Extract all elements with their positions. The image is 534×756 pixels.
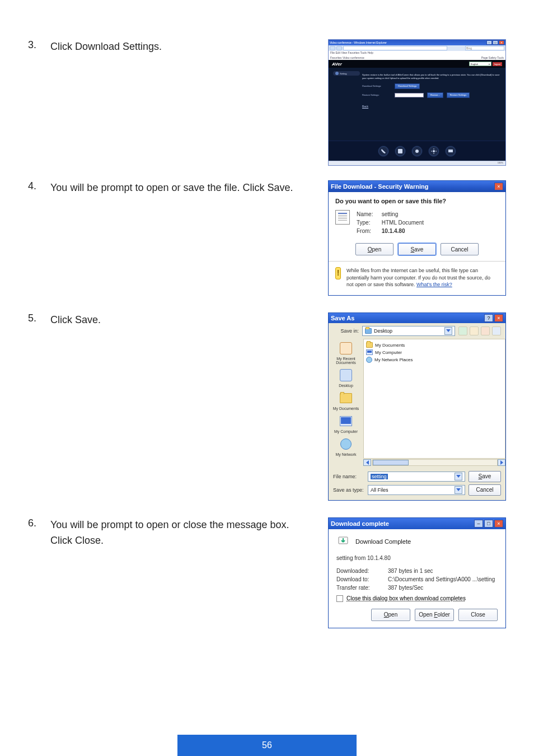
savein-select[interactable]: Desktop xyxy=(362,326,455,336)
back-link[interactable]: Back xyxy=(362,105,500,109)
step-number: 4. xyxy=(28,180,50,296)
svg-rect-3 xyxy=(448,150,453,152)
screenshot-download-complete: Download complete – □ × Download Complet… xyxy=(328,517,506,628)
cancel-button[interactable]: Cancel xyxy=(469,484,501,496)
list-item[interactable]: My Documents xyxy=(366,342,503,349)
close-icon[interactable]: × xyxy=(494,314,503,322)
download-complete-icon xyxy=(336,535,350,548)
back-icon[interactable] xyxy=(458,326,467,335)
browse-button[interactable]: Browse... xyxy=(427,92,443,98)
gear-icon xyxy=(335,72,339,75)
scroll-right-icon[interactable] xyxy=(498,459,505,466)
search-input[interactable]: Bing xyxy=(465,46,504,50)
restore-input[interactable] xyxy=(395,93,424,97)
svg-rect-0 xyxy=(398,149,402,153)
download-settings-button[interactable]: Download Settings xyxy=(395,83,420,89)
dock-phone-icon[interactable] xyxy=(378,146,388,156)
file-info: Name: setting Type: HTML Document From: … xyxy=(357,210,424,235)
folder-icon xyxy=(366,342,373,348)
whats-the-risk-link[interactable]: What's the risk? xyxy=(416,282,452,287)
save-button[interactable]: Save xyxy=(398,243,436,255)
place-network[interactable]: My Network xyxy=(330,437,362,456)
save-button[interactable]: Save xyxy=(469,471,501,482)
list-item[interactable]: My Network Places xyxy=(366,356,503,363)
help-icon[interactable]: ? xyxy=(484,314,493,322)
computer-icon xyxy=(366,349,373,355)
type-select[interactable]: All Files xyxy=(368,485,465,495)
open-button[interactable]: Open xyxy=(355,243,394,255)
close-icon[interactable]: × xyxy=(494,520,503,528)
file-icon xyxy=(335,210,350,225)
title-bar: Save As ? × xyxy=(329,313,505,323)
scroll-left-icon[interactable] xyxy=(363,459,371,466)
download-label: Download Settings: xyxy=(362,85,391,88)
step-number: 3. xyxy=(28,39,50,166)
close-when-done-checkbox[interactable] xyxy=(336,595,343,602)
dock xyxy=(329,141,505,161)
maximize-icon[interactable]: □ xyxy=(484,520,493,528)
fav-right: Page Safety Tools xyxy=(481,56,504,59)
minimize-icon[interactable]: – xyxy=(486,40,492,45)
dock-contacts-icon[interactable] xyxy=(395,146,405,156)
screenshot-file-download: File Download - Security Warning × Do yo… xyxy=(328,180,506,296)
window-title: Download complete xyxy=(331,520,389,527)
savein-label: Save in: xyxy=(333,328,359,334)
views-icon[interactable] xyxy=(492,326,501,335)
language-select[interactable]: English▾ xyxy=(469,62,491,66)
step-text: Click Download Settings. xyxy=(50,39,302,166)
warning-text: While files from the Internet can be use… xyxy=(346,267,499,288)
step-text: You will be prompt to open or save the f… xyxy=(50,180,302,296)
back-icon[interactable] xyxy=(330,46,335,50)
place-computer[interactable]: My Computer xyxy=(330,414,362,433)
file-line: setting from 10.1.4.80 xyxy=(336,555,498,561)
filename-value: setting xyxy=(371,474,388,479)
place-desktop[interactable]: Desktop xyxy=(330,368,362,388)
places-bar: My Recent Documents Desktop My Documents xyxy=(329,339,363,459)
dock-camera-icon[interactable] xyxy=(412,146,422,156)
page-number: 56 xyxy=(177,735,357,756)
close-icon[interactable]: × xyxy=(494,183,503,190)
up-icon[interactable] xyxy=(470,326,479,335)
chevron-down-icon[interactable] xyxy=(444,327,452,335)
horizontal-scrollbar[interactable] xyxy=(363,459,505,466)
restore-label: Restore Settings: xyxy=(362,94,391,97)
new-folder-icon[interactable] xyxy=(481,326,490,335)
forward-icon[interactable] xyxy=(336,46,342,50)
status-bar: 100% xyxy=(329,161,505,165)
nav-bar: Bing xyxy=(329,45,505,51)
minimize-icon[interactable]: – xyxy=(474,520,483,528)
close-icon[interactable]: × xyxy=(499,40,504,45)
window-title: Video conference - Windows Internet Expl… xyxy=(330,41,387,44)
chevron-down-icon[interactable] xyxy=(455,473,462,480)
address-bar[interactable] xyxy=(343,46,447,50)
restore-settings-button[interactable]: Restore Settings xyxy=(447,92,470,98)
type-label: Save as type: xyxy=(333,487,364,493)
screenshot-save-as: Save As ? × Save in: Desktop xyxy=(328,312,506,501)
file-list[interactable]: My Documents My Computer My Network Plac… xyxy=(363,339,505,459)
place-recent[interactable]: My Recent Documents xyxy=(330,341,362,365)
open-folder-button[interactable]: Open Folder xyxy=(415,609,454,621)
sidebar-item-setting[interactable]: Setting xyxy=(333,71,360,76)
menu-bar[interactable]: File Edit View Favorites Tools Help xyxy=(329,51,505,55)
close-button[interactable]: Close xyxy=(458,609,498,621)
logout-button[interactable]: logout xyxy=(493,62,502,66)
search-placeholder: Bing xyxy=(466,46,472,50)
list-item[interactable]: My Computer xyxy=(366,349,503,356)
brand-bar: AVer English▾ logout xyxy=(329,60,505,68)
brand-logo: AVer xyxy=(332,62,342,67)
filename-input[interactable]: setting xyxy=(368,472,465,482)
dock-screen-icon[interactable] xyxy=(446,146,456,156)
type-value: All Files xyxy=(371,487,388,493)
maximize-icon[interactable]: □ xyxy=(493,40,498,45)
chevron-down-icon[interactable] xyxy=(455,486,462,494)
cancel-button[interactable]: Cancel xyxy=(441,243,479,255)
warning-icon: ! xyxy=(335,267,341,279)
place-docs[interactable]: My Documents xyxy=(330,391,362,410)
favorites-bar[interactable]: Favorites Video conference Page Safety T… xyxy=(329,55,505,60)
footer: 56 xyxy=(0,735,534,756)
close-when-done-label: Close this dialog box when download comp… xyxy=(346,595,466,601)
dock-gear-icon[interactable] xyxy=(429,146,439,156)
question-text: Do you want to open or save this file? xyxy=(335,198,499,204)
open-button[interactable]: Open xyxy=(371,609,410,621)
screenshot-browser: Video conference - Windows Internet Expl… xyxy=(328,39,506,166)
